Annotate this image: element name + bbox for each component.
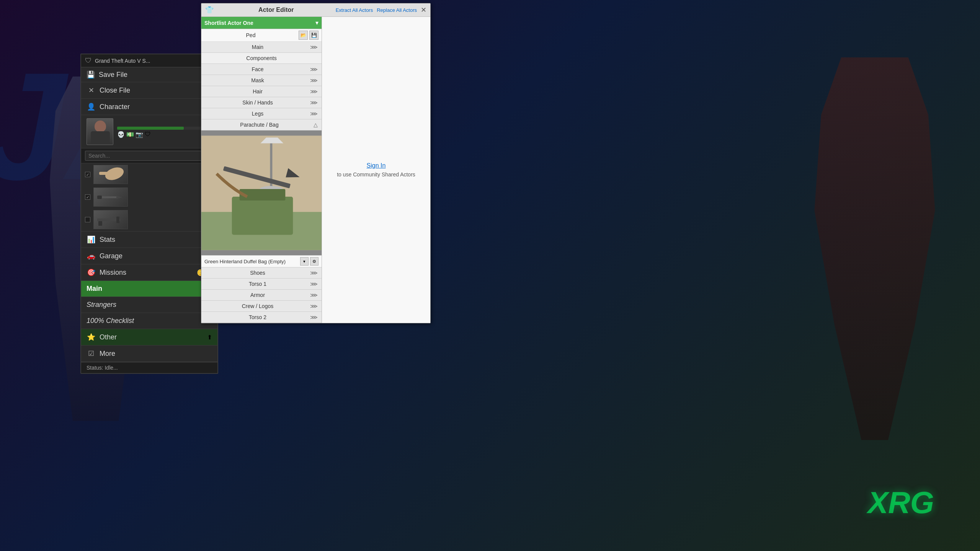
header-icon: 🛡: [85, 57, 92, 65]
signin-link[interactable]: Sign In: [367, 162, 386, 169]
money-icon[interactable]: 💵: [126, 131, 134, 138]
svg-marker-3: [116, 196, 122, 199]
strangers-item[interactable]: Strangers: [81, 297, 217, 313]
section-torso1-chevron: ⋙: [310, 281, 318, 287]
ae-title-bar: 👕 Actor Editor Extract All Actors Replac…: [201, 3, 430, 17]
garage-icon: 🚗: [87, 252, 96, 260]
ae-item-dropdown-button[interactable]: ▾: [300, 257, 309, 266]
checklist-item[interactable]: 100% Checklist: [81, 313, 217, 329]
weapon-item-2[interactable]: ✓: [81, 186, 217, 209]
close-file-item[interactable]: ✕ Close File: [81, 82, 217, 99]
close-file-label: Close File: [100, 86, 212, 95]
garage-item[interactable]: 🚗 Garage ⭐: [81, 248, 217, 264]
svg-rect-4: [97, 196, 102, 199]
replace-all-button[interactable]: Replace All Actors: [377, 7, 417, 13]
ped-input[interactable]: [204, 32, 297, 38]
section-parachute[interactable]: Parachute / Bag △: [201, 119, 322, 130]
weapon-check-3[interactable]: [85, 217, 90, 222]
svg-rect-1: [99, 172, 114, 175]
main-label: Main: [87, 285, 212, 293]
missions-item[interactable]: 🎯 Missions 🪙⭐: [81, 264, 217, 281]
svg-rect-15: [232, 197, 293, 235]
camera-icon[interactable]: 📷: [136, 131, 143, 138]
section-components-label: Components: [205, 55, 318, 61]
shield-icon[interactable]: 🛡: [145, 131, 151, 138]
shortlist-label: Shortlist Actor One: [204, 20, 314, 26]
save-icon: 💾: [87, 70, 95, 79]
section-crew[interactable]: Crew / Logos ⋙: [201, 301, 322, 312]
section-legs[interactable]: Legs ⋙: [201, 108, 322, 119]
section-mask[interactable]: Mask ⋙: [201, 75, 322, 86]
status-text: Status: Idle...: [87, 365, 118, 371]
char-icons: 💀 💵 📷 🛡: [117, 131, 212, 138]
section-hair-label: Hair: [205, 88, 310, 95]
section-legs-chevron: ⋙: [310, 111, 318, 117]
ae-item-select[interactable]: Green Hinterland Duffel Bag (Empty) ▾ ⚙: [201, 255, 322, 267]
other-item[interactable]: ⭐ Other ⬆: [81, 329, 217, 346]
section-main[interactable]: Main ⋙: [201, 42, 322, 53]
section-torso2-chevron: ⋙: [310, 314, 318, 320]
ae-title: Actor Editor: [217, 7, 336, 13]
section-shoes[interactable]: Shoes ⋙: [201, 267, 322, 279]
weapon-list-area: ✓ ✓: [81, 163, 217, 231]
bag-scene-svg: [201, 130, 322, 255]
section-skin-label: Skin / Hands: [205, 99, 310, 106]
section-hair[interactable]: Hair ⋙: [201, 86, 322, 97]
status-bar: Status: Idle...: [81, 362, 217, 373]
shortlist-row[interactable]: Shortlist Actor One ▾: [201, 17, 322, 29]
missions-icon: 🎯: [87, 268, 96, 277]
char-info: 💀 💵 📷 🛡: [117, 126, 212, 138]
more-item[interactable]: ☑ More: [81, 346, 217, 362]
char-avatar: [87, 118, 113, 145]
ae-icon: 👕: [205, 6, 214, 14]
ae-close-button[interactable]: ✕: [421, 6, 426, 14]
shortlist-dropdown-icon[interactable]: ▾: [315, 19, 318, 26]
ae-item-settings-button[interactable]: ⚙: [310, 257, 318, 266]
section-crew-label: Crew / Logos: [205, 303, 310, 309]
skull-icon[interactable]: 💀: [117, 131, 125, 138]
character-item[interactable]: 👤 Character: [81, 99, 217, 115]
section-mask-chevron: ⋙: [310, 77, 318, 83]
ped-load-button[interactable]: 📂: [299, 31, 308, 40]
weapon-item-1[interactable]: ✓: [81, 163, 217, 186]
search-input[interactable]: [85, 151, 214, 161]
section-torso1[interactable]: Torso 1 ⋙: [201, 279, 322, 290]
character-preview: 💀 💵 📷 🛡: [81, 115, 217, 148]
avatar-body: [91, 131, 110, 145]
section-face[interactable]: Face ⋙: [201, 64, 322, 75]
ae-item-value: Green Hinterland Duffel Bag (Empty): [204, 259, 299, 264]
weapon-image-1: [93, 165, 128, 184]
section-parachute-chevron: △: [314, 122, 318, 128]
checklist-label: 100% Checklist: [87, 317, 212, 325]
left-panel-title: Grand Theft Auto V S...: [95, 58, 214, 64]
section-components[interactable]: Components: [201, 53, 322, 64]
section-skin[interactable]: Skin / Hands ⋙: [201, 97, 322, 108]
extract-all-button[interactable]: Extract All Actors: [336, 7, 373, 13]
section-hair-chevron: ⋙: [310, 88, 318, 95]
ae-actions: Extract All Actors Replace All Actors: [336, 7, 417, 13]
section-torso2[interactable]: Torso 2 ⋙: [201, 312, 322, 323]
weapon-image-2: [93, 187, 128, 207]
ped-row: 📂 💾: [201, 29, 322, 42]
stats-icon: 📊: [87, 235, 96, 244]
ae-body: Shortlist Actor One ▾ 📂 💾 Main ⋙ Compone…: [201, 17, 430, 323]
weapon-check-2[interactable]: ✓: [85, 194, 90, 200]
ae-right-column: Sign In to use Community Shared Actors: [322, 17, 430, 323]
main-item[interactable]: Main: [81, 281, 217, 297]
section-mask-label: Mask: [205, 77, 310, 83]
stats-item[interactable]: 📊 Stats: [81, 231, 217, 248]
weapon-item-3[interactable]: [81, 209, 217, 231]
section-armor-label: Armor: [205, 292, 310, 298]
weapon-check-1[interactable]: ✓: [85, 172, 90, 177]
actor-editor: 👕 Actor Editor Extract All Actors Replac…: [201, 3, 431, 323]
weapon-svg-2: [95, 189, 126, 206]
svg-rect-7: [98, 221, 102, 226]
section-armor[interactable]: Armor ⋙: [201, 290, 322, 301]
weapon-image-3: [93, 210, 128, 229]
section-parachute-label: Parachute / Bag: [205, 122, 314, 128]
section-face-label: Face: [205, 66, 310, 72]
health-bar: [117, 127, 212, 130]
signin-text: to use Community Shared Actors: [337, 171, 415, 178]
ped-save-button[interactable]: 💾: [309, 31, 318, 40]
save-file-row[interactable]: 💾 Save File: [81, 67, 217, 82]
